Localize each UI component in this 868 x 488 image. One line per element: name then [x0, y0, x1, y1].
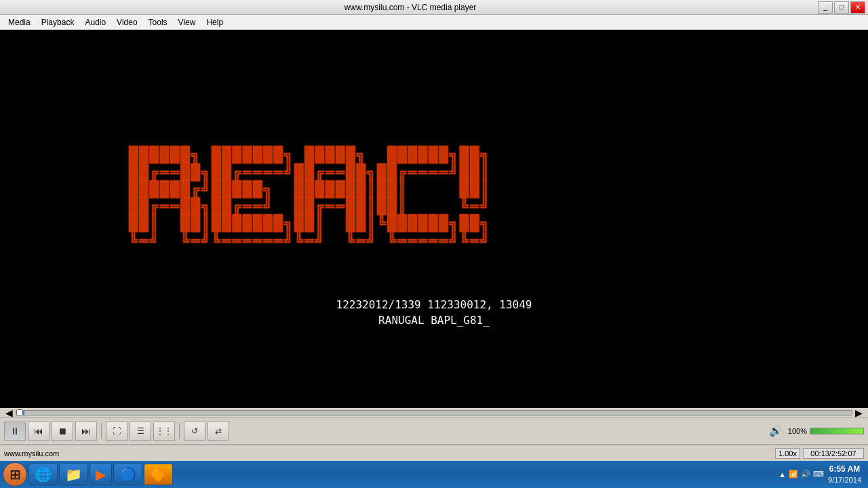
vlc-logo: ██████╗ ███████╗ █████╗ ██████╗██╗ ██╔══…	[129, 129, 739, 279]
maximize-button[interactable]: □	[834, 1, 849, 14]
volume-slider[interactable]	[810, 428, 864, 434]
seek-end-icon: ▶	[855, 407, 863, 418]
fullscreen-button[interactable]: ⛶	[106, 422, 127, 441]
stop-button[interactable]: ⏹	[52, 422, 73, 441]
volume-fill	[810, 428, 863, 434]
logo-art: ██████╗ ███████╗ █████╗ ██████╗██╗ ██╔══…	[129, 129, 739, 249]
taskbar-explorer[interactable]: 📁	[59, 464, 88, 485]
sys-tray-keyboard: ⌨	[813, 470, 824, 479]
clock: 6:55 AM 9/17/2014	[828, 464, 861, 485]
taskbar-right: ▲ 📶 🔊 ⌨ 6:55 AM 9/17/2014	[778, 464, 865, 485]
clock-time: 6:55 AM	[828, 464, 861, 475]
pause-button[interactable]: ⏸	[4, 422, 26, 441]
minimize-button[interactable]: _	[818, 1, 833, 14]
shuffle-button[interactable]: ⇄	[208, 422, 229, 441]
seek-start-icon: ◀	[5, 407, 13, 418]
title-controls: _ □ ✕	[818, 1, 865, 14]
taskbar-vlc[interactable]: 🔶	[144, 464, 173, 485]
taskbar-chrome[interactable]: 🔵	[113, 464, 142, 485]
volume-icon[interactable]: 🔊	[769, 424, 783, 437]
separator-1	[101, 423, 102, 439]
menu-media[interactable]: Media	[3, 16, 36, 28]
next-button[interactable]: ⏭	[75, 422, 97, 441]
menu-video[interactable]: Video	[111, 16, 142, 28]
status-url: www.mysilu.com	[4, 449, 772, 458]
extended-button[interactable]: ⋮⋮	[153, 422, 175, 441]
status-speed: 1.00x	[775, 448, 800, 459]
volume-area: 🔊 100%	[769, 424, 864, 437]
title-bar: www.mysilu.com - VLC media player _ □ ✕	[0, 0, 868, 15]
taskbar: ⊞ 🌐 📁 ▶ 🔵 🔶 ▲ 📶 🔊 ⌨ 6:55 AM 9/17/2014	[0, 461, 868, 488]
sys-tray-volume: 🔊	[801, 470, 810, 479]
menu-tools[interactable]: Tools	[143, 16, 173, 28]
menu-playback[interactable]: Playback	[36, 16, 80, 28]
seek-bar-container: ◀ ▶	[0, 408, 868, 418]
loop-button[interactable]: ↺	[184, 422, 205, 441]
close-button[interactable]: ✕	[850, 1, 865, 14]
volume-percent: 100%	[785, 427, 807, 435]
menu-bar: Media Playback Audio Video Tools View He…	[0, 15, 868, 30]
sys-tray: ▲ 📶 🔊 ⌨	[778, 470, 824, 479]
status-bar: www.mysilu.com 1.00x 00:13/2:52:07	[0, 445, 868, 461]
taskbar-wmp[interactable]: ▶	[90, 464, 112, 485]
playlist-button[interactable]: ☰	[130, 422, 151, 441]
title-text: www.mysilu.com - VLC media player	[3, 3, 818, 12]
separator-2	[179, 423, 180, 439]
prev-button[interactable]: ⏮	[28, 422, 50, 441]
start-button[interactable]: ⊞	[3, 462, 27, 487]
subtitle-line1: 12232012/1339 112330012, 13049	[336, 298, 532, 311]
video-area: ██████╗ ███████╗ █████╗ ██████╗██╗ ██╔══…	[0, 30, 868, 408]
subtitle-overlay: 12232012/1339 112330012, 13049 RANUGAL B…	[336, 298, 532, 327]
sys-tray-network: 📶	[789, 470, 798, 479]
taskbar-ie[interactable]: 🌐	[28, 464, 58, 485]
menu-help[interactable]: Help	[201, 16, 229, 28]
subtitle-line2: RANUGAL BAPL_G81_	[336, 314, 532, 327]
sys-tray-arrow[interactable]: ▲	[778, 470, 786, 479]
menu-audio[interactable]: Audio	[79, 16, 111, 28]
menu-view[interactable]: View	[173, 16, 201, 28]
clock-date: 9/17/2014	[828, 475, 861, 485]
seek-bar[interactable]	[16, 410, 852, 415]
controls-bar: ⏸ ⏮ ⏹ ⏭ ⛶ ☰ ⋮⋮ ↺ ⇄ 🔊 100%	[0, 418, 868, 445]
status-time: 00:13/2:52:07	[803, 448, 864, 459]
seek-thumb	[16, 409, 23, 416]
